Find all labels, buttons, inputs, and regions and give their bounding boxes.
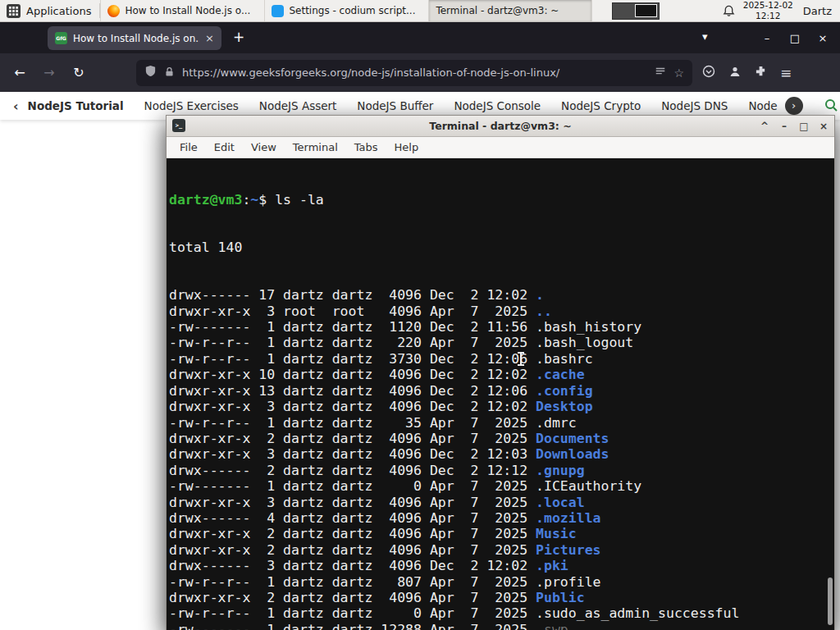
browser-tab[interactable]: GfG How to Install Node.js on... × (48, 26, 221, 50)
reload-button[interactable]: ↻ (72, 65, 85, 80)
menu-edit[interactable]: Edit (206, 141, 243, 153)
search-icon[interactable] (824, 98, 838, 115)
mouse-ibeam-cursor (520, 353, 522, 365)
ls-row: drwx------ 4 dartz dartz 4096 Apr 7 2025… (169, 510, 834, 526)
terminal-window-controls: ^ – □ × (759, 116, 829, 136)
panel-clock[interactable]: 2025-12-02 12:12 (743, 0, 793, 21)
task-button-firefox[interactable]: How to Install Node.js o... (100, 0, 264, 21)
terminal-content[interactable]: dartz@vm3:~$ ls -la total 140 drwx------… (167, 158, 834, 630)
task-button-codium[interactable]: Settings - codium script... (264, 0, 428, 21)
ls-row: drwxr-xr-x 3 dartz dartz 4096 Dec 2 12:0… (169, 399, 834, 414)
terminal-window-icon: >_ (172, 119, 185, 132)
list-all-tabs-icon[interactable]: ▾ (702, 30, 708, 43)
applications-icon (7, 4, 21, 18)
forward-button[interactable]: → (43, 65, 56, 80)
ls-row: drwxr-xr-x 2 dartz dartz 4096 Apr 7 2025… (169, 542, 834, 558)
nav-link-console[interactable]: NodeJS Console (454, 99, 541, 112)
panel-username[interactable]: Dartz (803, 5, 832, 17)
task-label: Terminal - dartz@vm3: ~ (436, 5, 559, 16)
ls-row: drwx------ 3 dartz dartz 4096 Dec 2 12:0… (169, 558, 834, 573)
prompt-user: dartz@vm3 (169, 192, 242, 208)
ls-row: -rw-r--r-- 1 dartz dartz 35 Apr 7 2025 .… (169, 415, 834, 431)
task-label: How to Install Node.js o... (125, 5, 250, 16)
firefox-nav-toolbar: ← → ↻ https://www.geeksforgeeks.org/node… (0, 53, 840, 92)
terminal-scrollbar[interactable] (828, 578, 833, 625)
tab-title: How to Install Node.js on... (73, 33, 199, 44)
close-button[interactable]: × (814, 32, 832, 44)
ls-row: drwxr-xr-x 13 dartz dartz 4096 Dec 2 12:… (169, 383, 834, 399)
firefox-icon (107, 5, 120, 17)
menu-tabs[interactable]: Tabs (346, 141, 386, 153)
bookmark-star-icon[interactable]: ☆ (673, 66, 684, 80)
shade-button[interactable]: ^ (759, 121, 770, 132)
nav-link-buffer[interactable]: NodeJS Buffer (357, 99, 433, 112)
minimize-button[interactable]: – (778, 121, 790, 132)
minimize-button[interactable]: – (758, 32, 776, 44)
toolbar-right-icons: ≡ (702, 65, 792, 81)
menu-view[interactable]: View (243, 141, 285, 153)
menu-file[interactable]: File (171, 141, 206, 153)
ls-row: -rw-r--r-- 1 dartz dartz 807 Apr 7 2025 … (169, 574, 834, 590)
gfg-favicon: GfG (55, 32, 67, 44)
ls-row: drwxr-xr-x 2 dartz dartz 4096 Apr 7 2025… (169, 431, 834, 446)
ls-row: -rw------- 1 dartz dartz 1120 Dec 2 11:5… (169, 319, 834, 335)
back-button[interactable]: ← (13, 65, 26, 80)
terminal-title-bar[interactable]: >_ Terminal - dartz@vm3: ~ ^ – □ × (167, 116, 834, 137)
nav-link-tutorial[interactable]: NodeJS Tutorial (28, 99, 124, 112)
maximize-button[interactable]: □ (786, 32, 804, 44)
tracking-shield-icon[interactable] (144, 65, 157, 80)
ls-row: drwxr-xr-x 3 dartz dartz 4096 Dec 2 12:0… (169, 446, 834, 462)
pocket-icon[interactable] (702, 65, 715, 81)
applications-label: Applications (26, 5, 91, 17)
task-label: Settings - codium script... (289, 5, 415, 16)
desktop: Applications How to Install Node.js o...… (0, 0, 840, 630)
reader-mode-icon[interactable] (655, 65, 666, 80)
nav-scroll-right-icon[interactable]: › (785, 97, 803, 115)
terminal-output: drwx------ 17 dartz dartz 4096 Dec 2 12:… (169, 287, 834, 630)
menu-help[interactable]: Help (386, 141, 427, 153)
ls-row: drwxr-xr-x 3 root root 4096 Apr 7 2025 .… (169, 304, 834, 319)
xfce-panel: Applications How to Install Node.js o...… (0, 0, 840, 22)
maximize-button[interactable]: □ (798, 121, 810, 132)
workspace-window-preview (635, 4, 657, 17)
ls-row: drwxr-xr-x 3 dartz dartz 4096 Apr 7 2025… (169, 495, 834, 510)
terminal-menu-bar: File Edit View Terminal Tabs Help (167, 137, 834, 158)
nav-link-crypto[interactable]: NodeJS Crypto (561, 99, 641, 112)
ls-row: drwxr-xr-x 2 dartz dartz 4096 Apr 7 2025… (169, 526, 834, 541)
tab-close-icon[interactable]: × (205, 32, 214, 44)
ls-row: drwx------ 17 dartz dartz 4096 Dec 2 12:… (169, 287, 834, 303)
total-line: total 140 (169, 240, 834, 255)
extensions-puzzle-icon[interactable] (755, 65, 767, 80)
terminal-title: Terminal - dartz@vm3: ~ (429, 120, 571, 132)
command-text: ls -la (275, 192, 324, 208)
ls-row: drwx------ 2 dartz dartz 4096 Dec 2 12:1… (169, 463, 834, 478)
ls-row: drwxr-xr-x 2 dartz dartz 4096 Apr 7 2025… (169, 590, 834, 605)
ls-row: drwxr-xr-x 10 dartz dartz 4096 Dec 2 12:… (169, 367, 834, 382)
clock-time: 12:12 (743, 11, 793, 21)
account-icon[interactable] (728, 65, 742, 81)
task-button-terminal[interactable]: >_ Terminal - dartz@vm3: ~ (428, 0, 592, 21)
notification-bell-icon[interactable] (723, 4, 735, 17)
firefox-window-controls: – □ × (750, 22, 840, 53)
ls-row: -rw------- 1 dartz dartz 12288 Apr 7 202… (169, 622, 834, 630)
prompt-colon: : (242, 192, 250, 208)
nav-scroll-left-icon[interactable]: ‹ (13, 98, 19, 114)
codium-icon (272, 5, 284, 17)
hamburger-menu-icon[interactable]: ≡ (780, 65, 792, 81)
workspace-switcher[interactable] (612, 2, 660, 20)
terminal-window: >_ Terminal - dartz@vm3: ~ ^ – □ × File … (166, 115, 835, 630)
url-text[interactable]: https://www.geeksforgeeks.org/node-js/in… (182, 66, 647, 79)
prompt-path: ~ (250, 192, 258, 208)
lock-icon[interactable] (164, 65, 175, 80)
nav-link-dns[interactable]: NodeJS DNS (661, 99, 728, 112)
new-tab-button[interactable]: + (233, 29, 244, 45)
nav-link-truncated[interactable]: Node (748, 99, 777, 112)
menu-terminal[interactable]: Terminal (285, 141, 346, 153)
nav-link-exercises[interactable]: NodeJS Exercises (144, 99, 239, 112)
nav-link-assert[interactable]: NodeJS Assert (259, 99, 337, 112)
prompt-dollar: $ (258, 192, 275, 208)
firefox-tab-bar: GfG How to Install Node.js on... × + ▾ –… (0, 22, 840, 53)
url-bar[interactable]: https://www.geeksforgeeks.org/node-js/in… (136, 60, 692, 86)
close-button[interactable]: × (818, 121, 829, 132)
applications-menu-button[interactable]: Applications (0, 0, 99, 21)
